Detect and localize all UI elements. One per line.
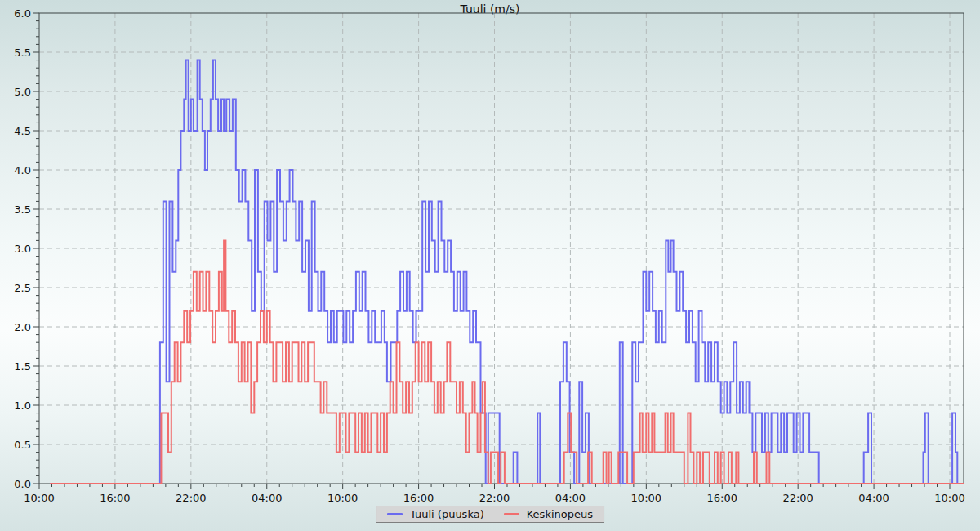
y-tick-label: 3.0 — [14, 243, 31, 255]
legend-swatch-avg-line — [504, 513, 519, 515]
x-tick-label: 16:00 — [100, 492, 130, 504]
x-tick-label: 04:00 — [252, 492, 282, 504]
axis-labels: 0.00.51.01.52.02.53.03.54.04.55.05.56.01… — [14, 7, 964, 505]
x-tick-label: 04:00 — [858, 492, 889, 504]
y-tick-label: 0.0 — [14, 478, 31, 490]
x-tick-label: 22:00 — [479, 492, 510, 504]
y-tick-label: 6.0 — [14, 7, 31, 20]
chart-legend: Tuuli (puuska) Keskinopeus — [376, 506, 604, 523]
y-tick-label: 5.5 — [14, 47, 31, 59]
x-tick-label: 04:00 — [555, 492, 586, 504]
y-tick-label: 1.5 — [14, 360, 31, 373]
x-tick-label: 10:00 — [631, 492, 662, 504]
y-tick-label: 4.5 — [14, 125, 31, 137]
gridlines — [39, 13, 964, 484]
x-tick-label: 16:00 — [707, 492, 737, 504]
x-tick-label: 10:00 — [327, 492, 358, 504]
legend-label-gust: Tuuli (puuska) — [410, 508, 484, 520]
x-tick-label: 16:00 — [403, 492, 434, 504]
y-tick-label: 5.0 — [14, 86, 31, 98]
y-tick-label: 2.0 — [14, 321, 31, 333]
legend-label-avg: Keskinopeus — [527, 508, 593, 520]
y-tick-label: 3.5 — [14, 203, 31, 216]
legend-swatch-gust-line — [387, 513, 403, 515]
chart-canvas: 0.00.51.01.52.02.53.03.54.04.55.05.56.01… — [0, 0, 980, 531]
x-tick-label: 22:00 — [782, 492, 813, 504]
series-gust — [50, 60, 964, 484]
series-average — [50, 240, 964, 484]
x-tick-label: 10:00 — [934, 492, 964, 504]
wind-chart-figure: Tuuli (m/s) 0.00.51.01.52.02.53.03.54.04… — [0, 0, 980, 531]
y-tick-label: 2.5 — [14, 282, 31, 294]
legend-item-gust: Tuuli (puuska) — [387, 508, 484, 520]
legend-item-avg: Keskinopeus — [504, 508, 593, 520]
x-tick-label: 10:00 — [24, 492, 54, 504]
y-tick-label: 4.0 — [14, 164, 31, 176]
x-tick-label: 22:00 — [176, 492, 206, 504]
y-tick-label: 0.5 — [14, 439, 31, 451]
y-tick-label: 1.0 — [14, 399, 31, 412]
